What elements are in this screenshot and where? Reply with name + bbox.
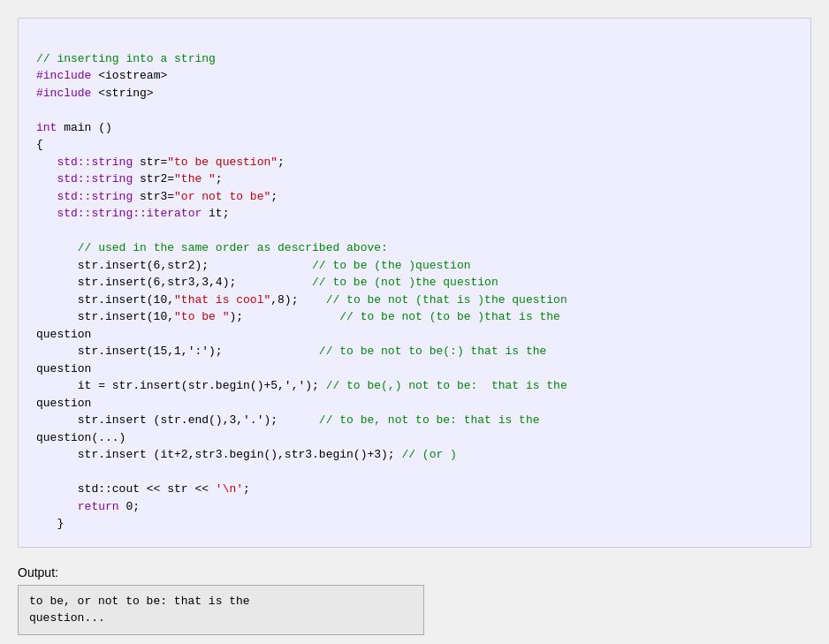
int-keyword: int <box>36 121 57 134</box>
comment-inserting: // inserting into a string <box>36 52 216 65</box>
include-iostream: #include <box>36 69 91 82</box>
code-container: // inserting into a string #include <ios… <box>18 18 811 548</box>
output-section: Output: to be, or not to be: that is the… <box>18 565 811 635</box>
include-string: #include <box>36 87 91 100</box>
output-box: to be, or not to be: that is thequestion… <box>18 585 424 635</box>
output-label: Output: <box>18 565 811 580</box>
